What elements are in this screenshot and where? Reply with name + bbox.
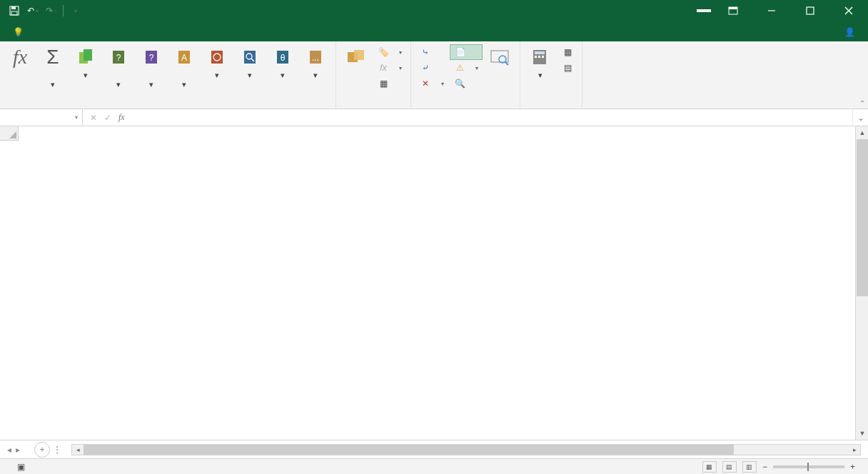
recent-icon bbox=[76, 46, 95, 69]
expand-formula-bar-icon[interactable]: ⌄ bbox=[852, 109, 868, 126]
undo-icon[interactable]: ↶▾ bbox=[24, 2, 41, 19]
text-button[interactable]: A▾ bbox=[168, 43, 200, 91]
minimize-icon[interactable] bbox=[755, 0, 788, 21]
calculation-options-button[interactable]: ▾ bbox=[525, 43, 556, 81]
name-manager-button[interactable] bbox=[340, 43, 372, 71]
ribbon-display-options-icon[interactable] bbox=[717, 0, 750, 21]
show-formulas-button[interactable]: 📄 bbox=[450, 44, 483, 60]
save-icon[interactable] bbox=[6, 2, 23, 19]
zoom-slider[interactable] bbox=[773, 465, 844, 468]
signin-button[interactable] bbox=[697, 9, 711, 12]
page-break-view-icon[interactable]: ▥ bbox=[742, 461, 757, 473]
morefn-icon: ... bbox=[306, 46, 325, 69]
svg-text:?: ? bbox=[149, 53, 154, 63]
math-trig-button[interactable]: θ ▾ bbox=[267, 43, 298, 81]
svg-rect-34 bbox=[538, 56, 540, 58]
hscroll-thumb[interactable] bbox=[84, 445, 734, 455]
horizontal-scrollbar[interactable]: ◂ ▸ bbox=[71, 444, 861, 455]
date-time-button[interactable]: ▾ bbox=[201, 43, 233, 81]
lookup-reference-button[interactable]: ▾ bbox=[234, 43, 266, 81]
svg-rect-6 bbox=[807, 7, 814, 14]
text-icon: A bbox=[175, 46, 193, 69]
lookup-icon bbox=[241, 46, 259, 69]
share-icon: 👤 bbox=[844, 27, 855, 37]
collapse-ribbon-icon[interactable]: ⌃ bbox=[859, 99, 865, 107]
insert-function-button[interactable]: fx bbox=[4, 43, 36, 71]
macro-record-icon[interactable]: ▣ bbox=[17, 462, 25, 472]
trace-dependents-button[interactable]: ⤶ bbox=[415, 60, 448, 76]
cancel-formula-icon[interactable]: ✕ bbox=[90, 113, 97, 123]
create-from-selection-button[interactable]: ▦ bbox=[373, 76, 406, 91]
titlebar: ↶▾ ↷▾ ▾ bbox=[0, 0, 868, 21]
watch-window-button[interactable] bbox=[484, 43, 515, 71]
svg-text:...: ... bbox=[312, 53, 319, 63]
new-sheet-button[interactable]: + bbox=[34, 442, 50, 458]
ribbon: fx Σ▾ ▾ ?▾ ?▾ A▾ ▾ ▾ θ ▾ ... ▾ 🏷️▾ fx▾ ▦ bbox=[0, 41, 868, 109]
use-in-formula-button[interactable]: fx▾ bbox=[373, 60, 406, 76]
normal-view-icon[interactable]: ▦ bbox=[702, 461, 717, 473]
vscroll-thumb[interactable] bbox=[857, 139, 868, 296]
fx-icon[interactable]: fx bbox=[118, 112, 125, 123]
page-layout-view-icon[interactable]: ▤ bbox=[722, 461, 737, 473]
zoom-out-icon[interactable]: − bbox=[762, 462, 767, 472]
datetime-icon bbox=[208, 46, 226, 69]
calc-options-icon bbox=[530, 46, 550, 69]
zoom-in-icon[interactable]: + bbox=[850, 462, 855, 472]
maximize-icon[interactable] bbox=[794, 0, 827, 21]
group-calculation: ▾ ▦ ▤ bbox=[520, 41, 582, 109]
error-checking-button[interactable]: ⚠▾ bbox=[450, 60, 483, 76]
select-all-corner[interactable] bbox=[0, 126, 19, 141]
worksheet-grid: ▲ ▼ bbox=[0, 126, 868, 440]
close-icon[interactable] bbox=[832, 0, 865, 21]
redo-icon[interactable]: ↷▾ bbox=[43, 2, 60, 19]
svg-rect-2 bbox=[11, 11, 17, 15]
define-name-button[interactable]: 🏷️▾ bbox=[373, 44, 406, 60]
dependents-icon: ⤶ bbox=[420, 63, 431, 73]
calc-now-icon: ▦ bbox=[562, 47, 573, 57]
trace-precedents-button[interactable]: ⤷ bbox=[415, 44, 448, 60]
name-manager-icon bbox=[345, 46, 367, 69]
formula-bar[interactable] bbox=[132, 109, 852, 126]
status-bar: ▣ ▦ ▤ ▥ − + bbox=[0, 458, 868, 474]
tellme-search[interactable]: 💡 bbox=[6, 23, 35, 41]
evaluate-icon: 🔍 bbox=[454, 79, 465, 89]
quick-access-toolbar: ↶▾ ↷▾ ▾ bbox=[0, 2, 89, 19]
scroll-right-icon[interactable]: ▸ bbox=[849, 445, 860, 455]
share-button[interactable]: 👤 bbox=[834, 23, 868, 41]
financial-icon: ? bbox=[109, 46, 128, 69]
sheet-tab-bar: ◂ ▸ + ⋮ ◂ ▸ bbox=[0, 440, 868, 458]
more-functions-button[interactable]: ... ▾ bbox=[300, 43, 331, 81]
evaluate-formula-button[interactable]: 🔍 bbox=[450, 76, 483, 91]
remove-arrows-button[interactable]: ✕▾ bbox=[415, 76, 448, 91]
tab-scroll-left-icon[interactable]: ◂ bbox=[7, 445, 11, 455]
define-name-icon: 🏷️ bbox=[378, 47, 389, 57]
formula-bar-row: ▾ ✕ ✓ fx ⌄ bbox=[0, 109, 868, 126]
svg-rect-32 bbox=[535, 51, 545, 54]
svg-rect-27 bbox=[354, 50, 364, 60]
use-in-formula-icon: fx bbox=[378, 63, 389, 73]
svg-rect-10 bbox=[84, 49, 92, 61]
group-defined-names: 🏷️▾ fx▾ ▦ bbox=[336, 41, 411, 109]
recently-used-button[interactable]: ▾ bbox=[70, 43, 101, 81]
lightbulb-icon: 💡 bbox=[13, 27, 24, 37]
calc-sheet-icon: ▤ bbox=[562, 63, 573, 73]
autosum-button[interactable]: Σ▾ bbox=[37, 43, 69, 91]
remove-arrows-icon: ✕ bbox=[420, 79, 431, 89]
calculate-now-button[interactable]: ▦ bbox=[557, 44, 577, 60]
create-selection-icon: ▦ bbox=[378, 79, 389, 89]
svg-text:A: A bbox=[181, 53, 187, 63]
scroll-down-icon[interactable]: ▼ bbox=[856, 427, 868, 440]
scroll-left-icon[interactable]: ◂ bbox=[72, 445, 84, 455]
financial-button[interactable]: ?▾ bbox=[103, 43, 134, 91]
calculate-sheet-button[interactable]: ▤ bbox=[557, 60, 577, 76]
vertical-scrollbar[interactable]: ▲ ▼ bbox=[855, 126, 868, 440]
tab-scroll-right-icon[interactable]: ▸ bbox=[16, 445, 20, 455]
ribbon-tabs: 💡 👤 bbox=[0, 21, 868, 41]
logical-button[interactable]: ?▾ bbox=[136, 43, 167, 91]
logical-icon: ? bbox=[142, 46, 161, 69]
name-box[interactable]: ▾ bbox=[0, 109, 83, 126]
qat-customize-icon[interactable]: ▾ bbox=[66, 2, 84, 19]
scroll-up-icon[interactable]: ▲ bbox=[856, 126, 868, 139]
enter-formula-icon[interactable]: ✓ bbox=[104, 113, 111, 123]
svg-rect-35 bbox=[542, 56, 544, 58]
